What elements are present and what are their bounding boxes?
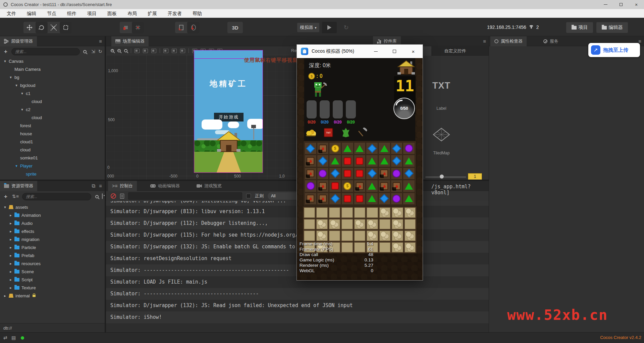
expand-arrow-icon[interactable]: ▾	[3, 59, 7, 63]
board-cell[interactable]	[366, 167, 378, 180]
sand-cell-rocks[interactable]	[391, 230, 403, 241]
simulator-viewport[interactable]: 深度: 0米 $ : 0 11 0/50 0/200/200/20	[297, 58, 423, 280]
menu-item-项目[interactable]: 项目	[82, 9, 102, 18]
item-gold[interactable]	[304, 126, 318, 139]
sand-cell-rocks[interactable]	[379, 207, 391, 218]
sand-cell-rocks[interactable]	[404, 242, 416, 253]
board-cell[interactable]	[317, 167, 329, 180]
sand-cell[interactable]	[329, 207, 340, 218]
sand-cell[interactable]	[304, 219, 315, 230]
sand-cell[interactable]	[379, 219, 391, 230]
assets-search-input[interactable]: 搜索...	[22, 193, 91, 200]
asset-node-Prefab[interactable]: ▸Prefab	[0, 251, 104, 259]
board-cell[interactable]	[366, 193, 378, 205]
zoom-out-icon[interactable]: −	[117, 49, 121, 52]
list-icon[interactable]: ▤	[11, 335, 16, 340]
play-button[interactable]	[322, 22, 337, 33]
menu-item-文件[interactable]: 文件	[1, 9, 21, 18]
refresh-preview-icon[interactable]: ↻	[339, 22, 354, 33]
board-cell[interactable]	[354, 142, 366, 154]
collapse-all-icon[interactable]: ⇲	[91, 49, 95, 54]
console-row[interactable]: Simulator: D/jswrapper (132): JS: Read j…	[106, 300, 489, 311]
rotate-tool-icon[interactable]	[36, 22, 48, 33]
tab-inspector[interactable]: 属性检查器	[490, 36, 527, 46]
menu-item-扩展[interactable]: 扩展	[142, 9, 162, 18]
match3-board[interactable]: $$	[303, 141, 417, 206]
tiledmap-widget-icon[interactable]	[433, 127, 450, 142]
align-right-icon[interactable]	[151, 49, 156, 53]
asset-node-Script[interactable]: ▸Script	[0, 276, 104, 284]
board-cell[interactable]	[391, 193, 403, 205]
align-left-icon[interactable]	[135, 49, 140, 53]
simulator-dropdown[interactable]: 模拟器▾	[297, 23, 319, 32]
board-cell[interactable]	[378, 180, 390, 192]
sim-maximize-icon[interactable]	[385, 45, 404, 58]
panel-extra-icon[interactable]: ⧉	[92, 183, 95, 189]
board-cell[interactable]	[305, 180, 317, 192]
console-row[interactable]: Simulator: iShow!	[106, 311, 489, 323]
sand-cell[interactable]	[316, 207, 328, 218]
tree-node-sprite[interactable]: sprite	[0, 170, 104, 178]
board-cell[interactable]	[378, 142, 390, 154]
sand-cell-rocks[interactable]	[391, 219, 403, 230]
sand-cell-rocks[interactable]	[316, 230, 328, 241]
board-cell[interactable]	[329, 167, 341, 180]
sand-cell-rocks[interactable]	[404, 207, 416, 218]
board-cell[interactable]	[317, 142, 329, 154]
sand-cell-rocks[interactable]	[316, 219, 328, 230]
panel-menu-icon[interactable]: ≡	[99, 183, 102, 189]
align-center-h-icon[interactable]	[143, 49, 148, 53]
grid-snap-icon[interactable]	[120, 22, 132, 33]
expand-arrow-icon[interactable]: ▸	[9, 213, 12, 217]
tree-node-cloud[interactable]: cloud	[0, 146, 104, 154]
sand-cell[interactable]	[304, 230, 315, 241]
zoom-in-icon[interactable]: +	[111, 49, 114, 52]
console-popout-icon[interactable]	[102, 193, 103, 199]
sand-cell-rocks[interactable]	[329, 219, 340, 230]
panel-menu-icon[interactable]: ≡	[483, 38, 486, 44]
board-cell[interactable]	[341, 193, 354, 205]
mode-3d-button[interactable]: 3D	[232, 25, 238, 31]
board-cell[interactable]	[329, 193, 341, 205]
sand-cell[interactable]	[366, 207, 378, 218]
sand-cell-rocks[interactable]	[404, 230, 416, 241]
expand-arrow-icon[interactable]: ▸	[9, 237, 12, 242]
expand-arrow-icon[interactable]: ▸	[9, 270, 12, 274]
expand-arrow-icon[interactable]: ▸	[9, 229, 12, 234]
board-cell[interactable]	[354, 155, 366, 167]
tree-node-cloud[interactable]: cloud	[0, 97, 104, 105]
expand-arrow-icon[interactable]: ▸	[9, 245, 12, 250]
tab-hierarchy[interactable]: 层级管理器	[0, 36, 37, 46]
menu-item-节点[interactable]: 节点	[42, 9, 62, 18]
console-filter-input[interactable]	[128, 192, 242, 200]
expand-arrow-icon[interactable]: ▾	[15, 164, 18, 168]
board-cell[interactable]	[403, 167, 415, 180]
board-cell[interactable]	[391, 155, 403, 167]
board-cell[interactable]	[354, 167, 366, 180]
expand-arrow-icon[interactable]: ▾	[20, 107, 24, 112]
console-row[interactable]: Simulator: -----------------------------…	[106, 288, 489, 300]
expand-arrow-icon[interactable]: ▸	[9, 286, 12, 290]
zoom-slider-track[interactable]	[425, 177, 466, 178]
board-cell[interactable]	[403, 180, 415, 192]
sand-cell[interactable]	[304, 207, 315, 218]
maximize-icon[interactable]	[613, 0, 629, 9]
regex-checkbox[interactable]	[246, 194, 251, 198]
sand-cell-rocks[interactable]	[379, 230, 391, 241]
board-cell[interactable]: $	[329, 142, 341, 154]
board-cell[interactable]	[403, 193, 415, 205]
board-cell[interactable]	[317, 155, 329, 167]
search-icon[interactable]	[95, 195, 99, 198]
tab-animation-editor[interactable]: 动画编辑器	[146, 181, 184, 191]
asset-node-Scene[interactable]: ▸Scene	[0, 267, 104, 276]
item-plant[interactable]	[339, 126, 353, 139]
sand-cell[interactable]	[354, 230, 366, 241]
board-cell[interactable]	[391, 142, 403, 154]
board-cell[interactable]	[329, 155, 341, 167]
tree-node-bgcloud[interactable]: ▾bgcloud	[0, 81, 104, 89]
close-icon[interactable]: ×	[629, 0, 644, 9]
tree-node-Player[interactable]: ▾Player	[0, 162, 104, 170]
menu-item-开发者[interactable]: 开发者	[162, 9, 187, 18]
add-asset-button[interactable]: +	[4, 193, 7, 200]
zoom-slider-handle[interactable]	[440, 175, 444, 179]
